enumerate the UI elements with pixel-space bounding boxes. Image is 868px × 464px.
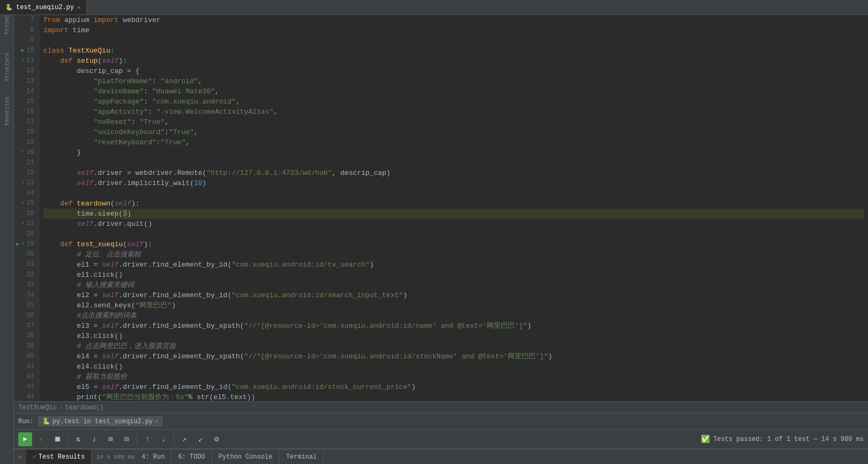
tab-close-button[interactable]: ✕ [77, 4, 81, 11]
token [43, 57, 60, 65]
code-line: "deviceName": "Huawei Mate30", [43, 86, 864, 97]
token [43, 373, 77, 381]
token: : [152, 77, 161, 85]
fold-button[interactable]: ▾ [21, 219, 24, 229]
run-tab[interactable]: 🐍 py.test in test_xueqiu2.py ✕ [38, 416, 163, 426]
fold-button[interactable]: ▾ [21, 56, 24, 66]
sort-desc-button[interactable]: ⇃ [87, 432, 101, 446]
token: ) [527, 322, 531, 330]
token: self [102, 352, 118, 360]
token: .driver.find_element_by_id( [118, 261, 232, 269]
line-number: 18 [16, 127, 34, 137]
token: "http://127.0.0.1:4723/wd/hub" [206, 169, 332, 177]
token: : [148, 108, 157, 116]
code-line: "appPackage": "com.xueqiu.android", [43, 97, 864, 107]
line-num-text: 43 [26, 382, 34, 392]
line-num-text: 36 [26, 311, 34, 321]
fold-button[interactable]: ▾ [21, 178, 24, 188]
line-run-button[interactable]: ▶ [16, 239, 19, 249]
token [43, 342, 77, 350]
test-dash: — [813, 436, 821, 443]
active-tab[interactable]: 🐍 test_xueqiu2.py ✕ [0, 0, 87, 14]
run-button[interactable]: ▶ [18, 432, 32, 446]
line-run-button[interactable]: ▶ [21, 46, 24, 56]
breadcrumb-class: TestXueQiu [18, 404, 57, 411]
token: from [43, 16, 60, 24]
prev-button[interactable]: ↑ [140, 432, 154, 446]
line-number: 44 [16, 392, 34, 401]
code-line: # 点击网里巴巴，进入股票页面 [43, 341, 864, 351]
sidebar-item-structure[interactable]: Structure [1, 61, 13, 73]
token [43, 169, 77, 177]
token: import [43, 26, 69, 34]
tab-check-icon: ✓ [33, 453, 36, 461]
line-number: 28 [16, 229, 34, 239]
line-num-text: 24 [26, 188, 34, 198]
token [43, 98, 94, 106]
bottom-tab-6:-todo[interactable]: 6: TODO [172, 450, 212, 464]
line-number: 34 [16, 290, 34, 300]
fold-button[interactable]: ▾ [21, 198, 24, 209]
token: "unicodeKeyboard" [93, 128, 165, 136]
token: el1 = [43, 261, 102, 269]
fold-button[interactable]: ▾ [21, 148, 24, 158]
run-tab-close[interactable]: ✕ [155, 418, 159, 425]
fold-button[interactable]: ▾ [21, 239, 24, 249]
expand-button[interactable]: ⊞ [103, 432, 117, 446]
line-num-text: 40 [26, 351, 34, 362]
token: self [102, 261, 118, 269]
line-number: ▾11 [16, 56, 34, 66]
line-num-text: 30 [26, 249, 34, 260]
bottom-tab-4:-run[interactable]: 4: Run [135, 450, 172, 464]
bottom-tabs: ↖ ✓ Test Results14 s 980 ms4: Run6: TODO… [14, 449, 868, 464]
line-number: 42 [16, 372, 34, 382]
token [64, 47, 69, 55]
token: time [69, 26, 90, 34]
token: "com.xueqiu.android" [152, 98, 236, 106]
token: "resetKeyboard" [93, 138, 156, 146]
code-line: time.sleep(3) [43, 209, 864, 219]
bottom-tab-python-console[interactable]: Python Console [212, 450, 280, 464]
stop-button[interactable]: ⏹ [50, 432, 64, 446]
collapse-button[interactable]: ⊟ [120, 432, 133, 446]
line-number: ▾27 [16, 219, 34, 229]
token: appium [60, 16, 93, 24]
line-num-text: 15 [26, 97, 34, 107]
line-num-text: 34 [26, 290, 34, 300]
token [43, 312, 77, 320]
token: ) [202, 179, 206, 187]
import-button[interactable]: ↙ [194, 432, 207, 446]
line-number: 37 [16, 321, 34, 331]
sidebar-item-project[interactable]: Project [1, 17, 13, 29]
token: descrip_cap = { [43, 67, 139, 75]
token: def [60, 57, 72, 65]
tab-label: 4: Run [142, 453, 165, 461]
token: "com.xueqiu.android:id/tv_search" [232, 261, 369, 269]
rerun-button[interactable]: ✓ [34, 432, 48, 446]
export-button[interactable]: ↗ [177, 432, 191, 446]
token: , [194, 128, 198, 136]
token: "网里巴巴" [136, 301, 172, 310]
main-area: Project Structure Favorites 789▶10▾11121… [0, 15, 868, 464]
test-time-text: 14 s 980 ms [821, 436, 864, 443]
settings-button[interactable]: ⚙ [210, 432, 224, 446]
line-num-text: 13 [26, 76, 34, 86]
line-number: 14 [16, 86, 34, 97]
token: .driver.find_element_by_xpath( [118, 352, 244, 360]
sidebar-item-favorites[interactable]: Favorites [1, 105, 13, 117]
toolbar-separator-2 [137, 434, 137, 445]
token: .driver.quit() [94, 220, 152, 228]
token [43, 118, 94, 126]
code-line [43, 229, 864, 239]
run-tab-icon: 🐍 [42, 417, 50, 425]
token: ): [144, 240, 152, 248]
bottom-tab-test-results[interactable]: ✓ Test Results [26, 450, 92, 464]
code-editor[interactable]: 789▶10▾111213141516171819▾202122▾2324▾25… [14, 15, 868, 401]
next-button[interactable]: ↓ [157, 432, 170, 446]
token [43, 77, 94, 85]
token: #点击搜索到的词条 [77, 312, 137, 320]
line-number: 39 [16, 341, 34, 351]
sort-button[interactable]: ⇅ [71, 432, 85, 446]
bottom-tab-terminal[interactable]: Terminal [279, 450, 324, 464]
line-num-text: 16 [26, 107, 34, 117]
